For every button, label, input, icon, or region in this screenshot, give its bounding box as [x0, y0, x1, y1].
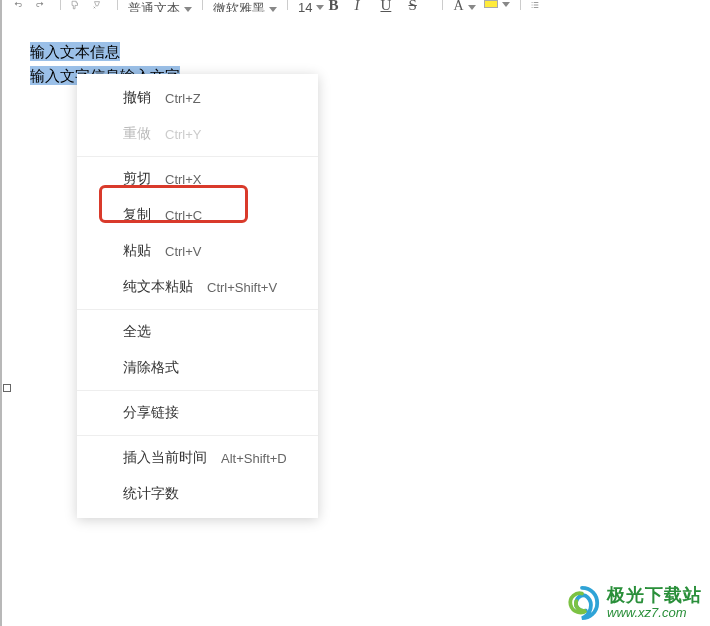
menu-share-link[interactable]: 分享链接 — [77, 395, 318, 431]
menu-label: 撤销 — [123, 89, 151, 107]
watermark: 极光下载站 www.xz7.com — [563, 584, 702, 622]
menu-label: 重做 — [123, 125, 151, 143]
menu-label: 统计字数 — [123, 485, 179, 503]
chevron-down-icon — [184, 7, 192, 12]
watermark-logo-icon — [563, 584, 601, 622]
highlight-color-dropdown[interactable] — [480, 0, 514, 8]
toolbar-separator — [117, 0, 118, 10]
menu-word-count[interactable]: 统计字数 — [77, 476, 318, 512]
format-painter-icon[interactable] — [67, 0, 83, 10]
toolbar-separator — [520, 0, 521, 10]
selected-text[interactable]: 输入文本信息 — [30, 42, 120, 61]
text-line[interactable]: 输入文本信息 — [30, 40, 180, 64]
font-color-dropdown[interactable]: A — [449, 0, 479, 12]
menu-label: 粘贴 — [123, 242, 151, 260]
menu-separator — [77, 435, 318, 436]
menu-label: 剪切 — [123, 170, 151, 188]
menu-clear-format[interactable]: 清除格式 — [77, 350, 318, 386]
toolbar-separator — [442, 0, 443, 10]
italic-button[interactable]: I — [354, 0, 374, 10]
menu-separator — [77, 309, 318, 310]
menu-label: 插入当前时间 — [123, 449, 207, 467]
resize-handle[interactable] — [3, 384, 11, 392]
chevron-down-icon — [468, 5, 476, 10]
menu-shortcut: Ctrl+V — [165, 244, 201, 259]
clear-format-icon[interactable] — [89, 0, 105, 10]
menu-paste[interactable]: 粘贴 Ctrl+V — [77, 233, 318, 269]
undo-icon[interactable] — [10, 0, 26, 10]
paragraph-style-dropdown[interactable]: 普通文本 — [124, 0, 196, 12]
menu-cut[interactable]: 剪切 Ctrl+X — [77, 161, 318, 197]
menu-shortcut: Ctrl+Z — [165, 91, 201, 106]
toolbar-separator — [60, 0, 61, 10]
menu-label: 纯文本粘贴 — [123, 278, 193, 296]
underline-button[interactable]: U — [380, 0, 402, 10]
bold-button[interactable]: B — [328, 0, 348, 10]
font-family-label: 微软雅黑 — [213, 0, 265, 12]
menu-paste-plain[interactable]: 纯文本粘贴 Ctrl+Shift+V — [77, 269, 318, 305]
paragraph-style-label: 普通文本 — [128, 0, 180, 12]
toolbar-separator — [287, 0, 288, 10]
font-size-dropdown[interactable]: 14 — [294, 0, 328, 12]
menu-copy[interactable]: 复制 Ctrl+C — [77, 197, 318, 233]
menu-shortcut: Ctrl+Shift+V — [207, 280, 277, 295]
list-icon[interactable] — [527, 0, 543, 10]
font-size-label: 14 — [298, 0, 312, 12]
menu-undo[interactable]: 撤销 Ctrl+Z — [77, 80, 318, 116]
menu-separator — [77, 390, 318, 391]
menu-shortcut: Ctrl+Y — [165, 127, 201, 142]
context-menu: 撤销 Ctrl+Z 重做 Ctrl+Y 剪切 Ctrl+X 复制 Ctrl+C … — [77, 74, 318, 518]
menu-label: 清除格式 — [123, 359, 179, 377]
highlight-icon — [484, 0, 498, 8]
window-border — [0, 0, 2, 626]
toolbar: 普通文本 微软雅黑 14 B I U S A — [2, 0, 710, 12]
menu-label: 全选 — [123, 323, 151, 341]
menu-shortcut: Alt+Shift+D — [221, 451, 287, 466]
redo-icon[interactable] — [32, 0, 48, 10]
menu-insert-time[interactable]: 插入当前时间 Alt+Shift+D — [77, 440, 318, 476]
chevron-down-icon — [269, 7, 277, 12]
menu-shortcut: Ctrl+C — [165, 208, 202, 223]
menu-separator — [77, 156, 318, 157]
font-family-dropdown[interactable]: 微软雅黑 — [209, 0, 281, 12]
menu-redo: 重做 Ctrl+Y — [77, 116, 318, 152]
toolbar-separator — [202, 0, 203, 10]
strikethrough-button[interactable]: S — [408, 0, 430, 10]
watermark-url: www.xz7.com — [607, 606, 702, 620]
menu-label: 分享链接 — [123, 404, 179, 422]
menu-select-all[interactable]: 全选 — [77, 314, 318, 350]
font-color-icon: A — [453, 0, 463, 12]
chevron-down-icon — [502, 2, 510, 7]
menu-shortcut: Ctrl+X — [165, 172, 201, 187]
watermark-title: 极光下载站 — [607, 586, 702, 606]
menu-label: 复制 — [123, 206, 151, 224]
chevron-down-icon — [316, 5, 324, 10]
